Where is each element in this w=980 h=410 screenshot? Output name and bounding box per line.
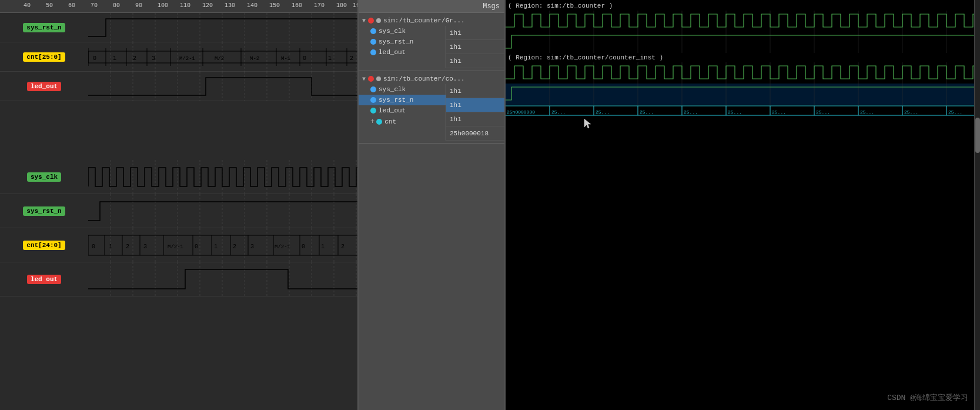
tree-child-2-2-label: led_out <box>379 107 406 114</box>
wave-led-out-top <box>88 72 357 101</box>
svg-text:25...: 25... <box>772 109 786 115</box>
tree-dot-2b <box>376 76 381 81</box>
signal-tree-panel: Msgs ▼ sim:/tb_counter/Gr... sys_clk sys… <box>359 0 506 410</box>
tree-dot-1-1 <box>370 39 376 45</box>
ruler-mark: 150 <box>269 2 280 9</box>
svg-text:25...: 25... <box>816 109 830 115</box>
right-wave-sys-rst-n-1 <box>506 32 974 53</box>
svg-text:1: 1 <box>328 55 332 62</box>
svg-text:3: 3 <box>143 244 147 250</box>
wave-led-out-bot <box>88 262 357 296</box>
signal-row-led-out-top: led_out <box>0 72 357 101</box>
expand-icon-1: ▼ <box>362 18 366 24</box>
tree-dot-2-3 <box>376 119 382 125</box>
region-2-label: ( Region: sim:/tb_counter/counter_inst ) <box>508 54 663 61</box>
signal-badge-led-out-bot: led out <box>27 275 61 284</box>
svg-text:0: 0 <box>93 55 96 62</box>
tree-child-2-3[interactable]: + cnt <box>359 116 446 128</box>
cursor-icon <box>582 118 594 129</box>
val-cell-1-0: 1h1 <box>446 26 504 40</box>
svg-rect-166 <box>506 84 974 105</box>
signal-row-sys-rst-n-bot: sys_rst_n <box>0 194 357 228</box>
svg-text:25...: 25... <box>904 109 918 115</box>
svg-text:2: 2 <box>126 244 129 250</box>
wave-sys-rst-n-top <box>88 13 357 42</box>
svg-text:0: 0 <box>303 55 306 62</box>
svg-text:1: 1 <box>109 244 112 250</box>
svg-text:2: 2 <box>350 55 353 62</box>
tree-header-2[interactable]: ▼ sim:/tb_counter/co... <box>359 74 504 84</box>
tree-dot-2-2 <box>370 108 376 114</box>
cursor-indicator <box>582 118 594 129</box>
wave-sys-rst-n-bot <box>88 194 357 228</box>
svg-text:M/2-1: M/2-1 <box>168 244 183 250</box>
svg-text:25...: 25... <box>640 109 654 115</box>
tree-child-2-3-label: cnt <box>384 118 396 125</box>
tree-section-2-label: sim:/tb_counter/co... <box>383 75 465 82</box>
val-cell-1-1: 1h1 <box>446 40 504 54</box>
tree-section-2: ▼ sim:/tb_counter/co... sys_clk sys_rst_… <box>359 71 504 144</box>
svg-text:M/2: M/2 <box>215 56 224 62</box>
svg-text:1: 1 <box>214 244 218 250</box>
svg-text:1: 1 <box>321 244 325 250</box>
tree-child-2-1[interactable]: sys_rst_n <box>359 95 446 105</box>
right-wave-sys-rst-n-2 <box>506 84 974 105</box>
svg-text:25...: 25... <box>860 109 874 115</box>
right-wave-cnt: 25h0000000 25... 25... 25... 25... 25...… <box>506 105 974 116</box>
tree-child-1-1[interactable]: sys_rst_n <box>359 36 446 47</box>
tree-header-1[interactable]: ▼ sim:/tb_counter/Gr... <box>359 15 504 26</box>
tree-dot-2-0 <box>370 86 376 92</box>
svg-text:M/2-1: M/2-1 <box>179 56 195 62</box>
right-wave-sys-clk-2 <box>506 62 974 84</box>
tree-child-2-0[interactable]: sys_clk <box>359 84 446 95</box>
tree-dot-1b <box>376 18 381 23</box>
ruler-mark: 70 <box>91 2 98 9</box>
signal-row-sys-rst-n-top: sys_rst_n <box>0 13 357 42</box>
svg-text:M/2-1: M/2-1 <box>275 244 290 250</box>
svg-text:25...: 25... <box>684 109 698 115</box>
right-wave-svg-sys-clk-2 <box>506 62 974 84</box>
scrollbar-thumb[interactable] <box>975 118 980 153</box>
signal-row-cnt24-bot: cnt[24:0] <box>0 228 357 262</box>
tree-child-1-2[interactable]: led_out <box>359 47 446 58</box>
right-wave-svg-sys-clk-1 <box>506 11 974 32</box>
svg-text:3: 3 <box>152 55 155 62</box>
tree-child-2-0-label: sys_clk <box>379 86 406 93</box>
ruler-mark: 180 <box>336 2 347 9</box>
tree-section-1: ▼ sim:/tb_counter/Gr... sys_clk sys_rst_… <box>359 13 504 71</box>
ruler-mark: 130 <box>225 2 235 9</box>
svg-text:M-2: M-2 <box>250 56 259 62</box>
signal-row-sys-clk-bot: sys_clk <box>0 160 357 194</box>
signal-row-led-out-bot: led out <box>0 262 357 296</box>
ruler-mark: 80 <box>113 2 120 9</box>
right-wave-sys-clk-1 <box>506 11 974 32</box>
msgs-label: Msgs <box>483 2 500 11</box>
right-waveform-panel: ( Region: sim:/tb_counter ) <box>506 0 980 410</box>
right-scrollbar[interactable] <box>974 0 980 410</box>
tree-child-1-0-label: sys_clk <box>379 28 406 35</box>
tree-dot-1-0 <box>370 28 376 34</box>
wave-cnt24-bot: 0 1 2 3 M/2-1 0 1 2 3 M/2-1 0 1 2 <box>88 228 357 262</box>
tree-dot-1-2 <box>370 49 376 55</box>
ruler-mark: 50 <box>46 2 53 9</box>
wave-cnt25-top: 0 1 2 3 M/2-1 M/2 M-2 M-1 0 1 2 <box>88 42 357 72</box>
ruler-mark: 120 <box>202 2 213 9</box>
tree-child-2-2[interactable]: led_out <box>359 105 446 116</box>
ruler-mark: 90 <box>135 2 142 9</box>
plus-icon: + <box>370 118 374 126</box>
tree-dot-2-1 <box>370 97 376 103</box>
val-cell-1-2: 1h1 <box>446 54 504 68</box>
wave-sys-clk-bot <box>88 160 357 194</box>
tree-child-1-0[interactable]: sys_clk <box>359 26 446 36</box>
svg-text:M-1: M-1 <box>281 56 290 62</box>
right-wave-svg-cnt: 25h0000000 25... 25... 25... 25... 25...… <box>506 105 974 116</box>
tree-dot-2 <box>368 76 374 82</box>
svg-text:25h0000000: 25h0000000 <box>507 109 535 115</box>
ruler-mark: 60 <box>68 2 75 9</box>
ruler-mark: 100 <box>158 2 168 9</box>
svg-text:0: 0 <box>195 244 198 250</box>
svg-text:3: 3 <box>250 244 254 250</box>
signal-badge-cnt24-bot: cnt[24:0] <box>23 241 65 250</box>
svg-text:25...: 25... <box>948 109 962 115</box>
svg-text:2: 2 <box>133 55 136 62</box>
